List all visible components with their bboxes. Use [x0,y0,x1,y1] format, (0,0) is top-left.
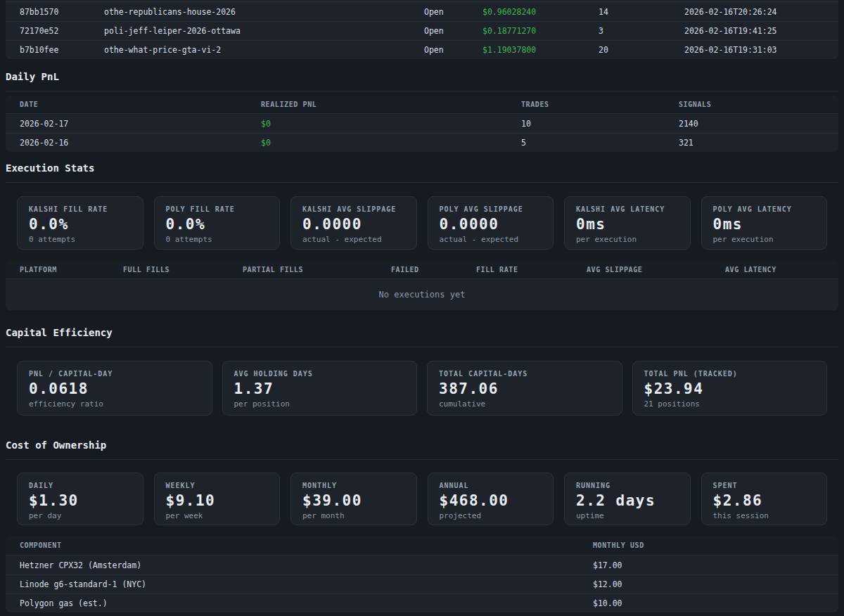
component-monthly-cost: $10.00 [593,598,838,608]
component-monthly-cost: $17.00 [593,560,838,570]
daily-date: 2026-02-16 [20,138,261,148]
stat-label: SPENT [713,482,816,489]
component-header-row: COMPONENT MONTHLY USD [6,536,838,556]
stat-sublabel: actual - expected [440,235,542,244]
stat-card-avg-holding-days: AVG HOLDING DAYS 1.37 per position [222,361,418,416]
position-timestamp: 2026-02-16T19:41:25 [684,26,838,36]
position-value: $0.96028240 [482,7,599,17]
column-header-fill-rate: FILL RATE [476,266,587,274]
column-header-component: COMPONENT [20,541,593,549]
stat-value: $9.10 [166,492,269,509]
position-timestamp: 2026-02-16T20:26:24 [684,7,838,17]
position-market: othe-what-price-gta-vi-2 [104,45,424,55]
stat-label: MONTHLY [302,482,405,489]
stat-label: POLY FILL RATE [166,205,269,213]
component-name: Polygon gas (est.) [20,598,593,608]
component-monthly-cost: $12.00 [593,579,838,589]
column-header-avg-latency: AVG LATENCY [725,266,838,274]
stat-label: POLY AVG LATENCY [713,205,816,213]
position-row: 72170e52 poli-jeff-leiper-2026-ottawa Op… [6,21,838,40]
execution-stat-cards: KALSHI FILL RATE 0.0% 0 attempts POLY FI… [17,196,827,250]
stat-value: $468.00 [440,492,542,509]
stat-value: $1.30 [29,492,132,509]
stat-sublabel: per month [302,511,405,520]
stat-label: RUNNING [576,482,679,489]
position-count: 14 [599,7,684,17]
stat-value: $2.86 [713,492,816,509]
daily-signals: 2140 [679,119,838,129]
stat-sublabel: uptime [576,511,679,520]
stat-label: TOTAL PNL (TRACKED) [644,370,816,378]
stat-card-kalshi-fill-rate: KALSHI FILL RATE 0.0% 0 attempts [17,196,143,250]
stat-sublabel: per execution [576,235,679,244]
column-header-full-fills: FULL FILLS [123,266,243,274]
stat-sublabel: projected [440,511,542,520]
position-row: 87bb1570 othe-republicans-house-2026 Ope… [6,2,838,21]
stat-card-pnl-capital-day: PNL / CAPITAL-DAY 0.0618 efficiency rati… [17,361,212,416]
stat-card-monthly-cost: MONTHLY $39.00 per month [290,473,417,525]
section-title-daily-pnl: Daily PnL [6,71,838,91]
stat-value: 1.37 [234,380,406,397]
position-value: $1.19037800 [482,45,599,55]
section-title-cost-of-ownership: Cost of Ownership [6,439,838,460]
component-row: Hetzner CPX32 (Amsterdam) $17.00 [6,556,838,575]
daily-pnl-row: 2026-02-17 $0 10 2140 [6,114,838,133]
position-id: 72170e52 [20,26,104,36]
position-id: 87bb1570 [20,7,104,17]
position-market: othe-republicans-house-2026 [104,7,424,17]
position-count: 20 [599,45,684,55]
stat-label: TOTAL CAPITAL-DAYS [439,370,610,378]
column-header-realized-pnl: REALIZED PNL [261,101,521,108]
stat-label: AVG HOLDING DAYS [234,370,406,378]
position-timestamp: 2026-02-16T19:31:03 [684,45,838,55]
stat-value: 2.2 days [576,492,679,509]
stat-sublabel: 0 attempts [29,235,132,244]
stat-value: $39.00 [302,492,405,509]
stat-value: 0.0000 [440,216,542,233]
stat-card-kalshi-avg-slippage: KALSHI AVG SLIPPAGE 0.0000 actual - expe… [290,196,417,250]
stat-card-annual-cost: ANNUAL $468.00 projected [428,473,554,525]
column-header-platform: PLATFORM [20,266,123,274]
stat-value: $23.94 [644,380,816,397]
position-status: Open [424,7,482,17]
stat-sublabel: 21 positions [644,399,816,409]
capital-efficiency-cards: PNL / CAPITAL-DAY 0.0618 efficiency rati… [17,361,827,416]
stat-value: 0.0% [166,216,269,233]
position-status: Open [424,45,482,55]
stat-card-spent-session: SPENT $2.86 this session [701,473,828,525]
stat-label: DAILY [29,482,132,489]
stat-card-daily-cost: DAILY $1.30 per day [17,473,143,525]
column-header-partial-fills: PARTIAL FILLS [243,266,391,274]
stat-sublabel: per execution [713,235,816,244]
stat-sublabel: actual - expected [302,235,405,244]
stat-label: KALSHI AVG LATENCY [576,205,679,213]
stat-card-total-capital-days: TOTAL CAPITAL-DAYS 387.06 cumulative [427,361,622,416]
column-header-signals: SIGNALS [679,101,838,108]
component-name: Linode g6-standard-1 (NYC) [20,579,593,589]
stat-card-poly-avg-latency: POLY AVG LATENCY 0ms per execution [701,196,828,250]
stat-label: WEEKLY [166,482,269,489]
stat-value: 0.0618 [29,380,200,397]
daily-pnl-header-row: DATE REALIZED PNL TRADES SIGNALS [6,96,838,114]
stat-label: KALSHI AVG SLIPPAGE [302,205,405,213]
stat-card-running-uptime: RUNNING 2.2 days uptime [564,473,691,525]
daily-realized-pnl: $0 [261,119,521,129]
column-header-date: DATE [20,101,261,108]
executions-header-row: PLATFORM FULL FILLS PARTIAL FILLS FAILED… [6,261,838,279]
empty-state-text: No executions yet [6,279,838,310]
section-title-capital-efficiency: Capital Efficiency [6,327,838,347]
daily-trades: 10 [521,119,679,129]
stat-label: ANNUAL [440,482,542,489]
position-status: Open [424,26,482,36]
daily-pnl-row: 2026-02-16 $0 5 321 [6,133,838,152]
position-count: 3 [599,26,684,36]
position-id: b7b10fee [20,45,104,55]
stat-card-kalshi-avg-latency: KALSHI AVG LATENCY 0ms per execution [564,196,691,250]
column-header-monthly-usd: MONTHLY USD [593,541,838,549]
stat-card-poly-fill-rate: POLY FILL RATE 0.0% 0 attempts [154,196,281,250]
column-header-avg-slippage: AVG SLIPPAGE [587,266,725,274]
position-row: b7b10fee othe-what-price-gta-vi-2 Open $… [6,40,838,59]
section-title-execution-stats: Execution Stats [6,162,838,183]
stat-label: POLY AVG SLIPPAGE [440,205,542,213]
daily-trades: 5 [521,138,679,148]
